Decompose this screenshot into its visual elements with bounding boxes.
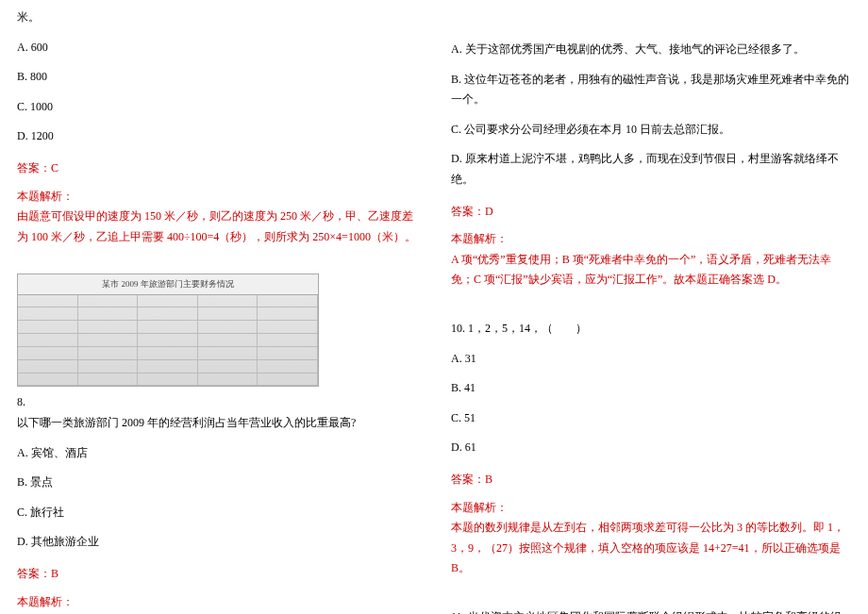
q9-analysis-label: 本题解析： <box>451 229 851 250</box>
q8-table-title: 某市 2009 年旅游部门主要财务情况 <box>18 274 318 294</box>
q10-option-c: C. 51 <box>451 403 851 429</box>
q7-option-d: D. 1200 <box>17 121 417 147</box>
q10-analysis-label: 本题解析： <box>451 498 851 519</box>
q7-option-b: B. 800 <box>17 61 417 88</box>
q7-answer: 答案：C <box>17 158 417 179</box>
right-column: A. 关于这部优秀国产电视剧的优秀、大气、接地气的评论已经很多了。 B. 这位年… <box>434 0 868 614</box>
q7-stem-tail: 米。 <box>17 8 417 28</box>
q7-option-a: A. 600 <box>17 32 417 58</box>
page-container: 米。 A. 600 B. 800 C. 1000 D. 1200 答案：C 本题… <box>0 0 868 614</box>
q8-analysis-label: 本题解析： <box>17 592 417 613</box>
q9-option-d: D. 原来村道上泥泞不堪，鸡鸭比人多，而现在没到节假日，村里游客就络绎不绝。 <box>451 143 851 190</box>
q9-option-c: C. 公司要求分公司经理必须在本月 10 日前去总部汇报。 <box>451 114 851 141</box>
q7-analysis-label: 本题解析： <box>17 187 417 207</box>
q11-stem: 11. 当代资本主义地区集团化和国际垄断联合组织形式中，比较完备和高级的组织是（… <box>451 607 851 614</box>
q9-option-a: A. 关于这部优秀国产电视剧的优秀、大气、接地气的评论已经很多了。 <box>451 40 851 60</box>
left-column: 米。 A. 600 B. 800 C. 1000 D. 1200 答案：C 本题… <box>0 0 434 614</box>
q10-stem: 10. 1，2，5，14，（ ） <box>451 319 851 340</box>
q8-option-d: D. 其他旅游企业 <box>17 526 417 553</box>
question-10: 10. 1，2，5，14，（ ） A. 31 B. 41 C. 51 D. 61… <box>451 319 851 579</box>
question-7-tail: 米。 A. 600 B. 800 C. 1000 D. 1200 答案：C 本题… <box>17 8 417 247</box>
q7-analysis-text: 由题意可假设甲的速度为 150 米／秒，则乙的速度为 250 米／秒，甲、乙速度… <box>17 207 417 247</box>
q10-analysis-text: 本题的数列规律是从左到右，相邻两项求差可得一公比为 3 的等比数列。即 1，3，… <box>451 518 851 579</box>
q10-option-b: B. 41 <box>451 373 851 399</box>
q8-option-c: C. 旅行社 <box>17 497 417 523</box>
q8-stem: 以下哪一类旅游部门 2009 年的经营利润占当年营业收入的比重最高? <box>17 413 417 434</box>
q9-analysis-text: A 项“优秀”重复使用；B 项“死难者中幸免的一个”，语义矛盾，死难者无法幸免；… <box>451 250 851 290</box>
q8-option-a: A. 宾馆、酒店 <box>17 438 417 464</box>
question-9-options: A. 关于这部优秀国产电视剧的优秀、大气、接地气的评论已经很多了。 B. 这位年… <box>451 40 851 290</box>
q9-answer: 答案：D <box>451 202 851 223</box>
question-8: 某市 2009 年旅游部门主要财务情况 8. 以下哪一类旅游部门 2009 年的… <box>17 274 417 614</box>
q8-number: 8. <box>17 392 417 413</box>
q8-answer: 答案：B <box>17 564 417 585</box>
q10-option-a: A. 31 <box>451 343 851 370</box>
question-11: 11. 当代资本主义地区集团化和国际垄断联合组织形式中，比较完备和高级的组织是（… <box>451 607 851 614</box>
q10-answer: 答案：B <box>451 470 851 490</box>
q8-data-table: 某市 2009 年旅游部门主要财务情况 <box>17 274 319 387</box>
q10-option-d: D. 61 <box>451 432 851 458</box>
q9-option-b: B. 这位年迈苍苍的老者，用独有的磁性声音说，我是那场灾难里死难者中幸免的一个。 <box>451 64 851 110</box>
q7-option-c: C. 1000 <box>17 91 417 118</box>
q8-option-b: B. 景点 <box>17 467 417 493</box>
